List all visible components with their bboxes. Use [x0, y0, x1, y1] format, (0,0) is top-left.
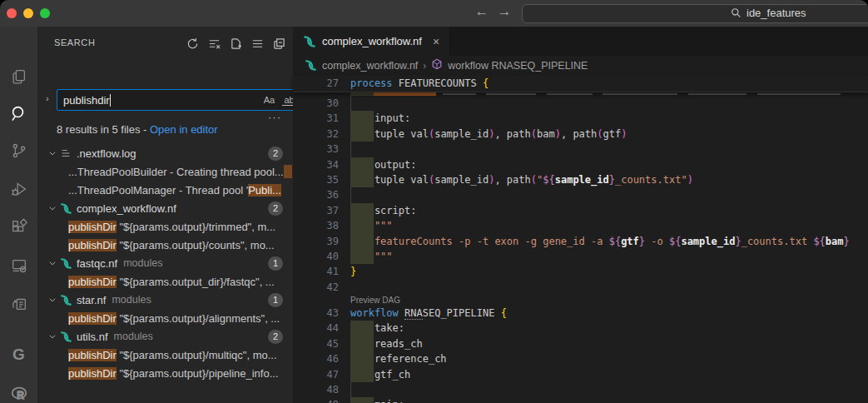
- nextflow-file-icon: [59, 293, 72, 306]
- task-document-icon[interactable]: [0, 287, 37, 321]
- activity-bar: G R: [0, 27, 37, 403]
- scope-highlight-band: [350, 321, 374, 336]
- search-input[interactable]: publishdir Aa ab .*: [57, 89, 293, 111]
- match-count-badge: 2: [268, 330, 283, 344]
- code-line: 32 tuple val(sample_id), path(bam), path…: [293, 127, 868, 142]
- gitlens-icon[interactable]: G: [0, 338, 37, 371]
- match-result-row[interactable]: ...ThreadPoolManager - Thread pool 'Publ…: [37, 181, 293, 199]
- code-line: 49 main:: [293, 397, 868, 403]
- scope-highlight-band: [350, 218, 374, 233]
- line-number: 39: [293, 234, 350, 249]
- match-highlight: publishDir: [68, 367, 117, 380]
- command-center[interactable]: ide_features: [522, 4, 868, 23]
- toggle-replace-chevron[interactable]: ›: [46, 93, 49, 103]
- search-panel-title: SEARCH: [54, 37, 95, 47]
- scope-highlight-band: [350, 336, 374, 351]
- results-summary: 8 results in 5 files - Open in editor: [57, 123, 218, 136]
- match-result-row[interactable]: publishDir "${params.output}/alignments"…: [37, 309, 293, 327]
- chevron-down-icon[interactable]: [46, 259, 59, 267]
- match-case-toggle[interactable]: Aa: [262, 95, 276, 106]
- file-name: fastqc.nf: [77, 257, 117, 270]
- match-result-row[interactable]: publishDir "${params.output}/multiqc", m…: [37, 346, 293, 364]
- open-in-editor-link[interactable]: Open in editor: [150, 123, 218, 136]
- chevron-down-icon[interactable]: [46, 204, 59, 212]
- line-number: 42: [293, 280, 350, 295]
- codelens-preview-dag[interactable]: Preview DAG: [293, 295, 868, 306]
- search-sidebar: SEARCH › publishdir: [37, 27, 293, 403]
- code-line: 34 output:: [293, 157, 868, 172]
- zoom-window-button[interactable]: [40, 8, 50, 18]
- breadcrumb-file[interactable]: complex_workflow.nf: [322, 60, 418, 72]
- search-panel-header: SEARCH: [37, 27, 293, 56]
- run-debug-icon[interactable]: [0, 172, 37, 206]
- explorer-icon[interactable]: [0, 60, 37, 93]
- match-result-row[interactable]: publishDir "${params.output_dir}/fastqc"…: [37, 272, 293, 291]
- code-line: 30: [293, 96, 868, 111]
- file-name: star.nf: [77, 294, 106, 306]
- r-language-icon[interactable]: R: [0, 377, 37, 403]
- match-highlight: publishDir: [68, 276, 117, 288]
- scope-highlight-band: [350, 234, 374, 249]
- file-result-row[interactable]: complex_workflow.nf2: [37, 199, 293, 217]
- refresh-icon[interactable]: [185, 36, 200, 51]
- line-number: 46: [293, 351, 350, 366]
- nav-forward-button[interactable]: →: [495, 3, 513, 20]
- match-count-badge: 2: [268, 202, 283, 216]
- code-line: 46 reference_ch: [293, 351, 868, 366]
- command-center-text: ide_features: [746, 7, 806, 19]
- source-control-icon[interactable]: [0, 134, 37, 167]
- code-editor[interactable]: 27process FEATURECOUNTS { 3031 input:32 …: [293, 75, 868, 403]
- match-result-row[interactable]: publishDir "${params.output}/pipeline_in…: [37, 364, 293, 382]
- code-line: 42: [293, 280, 868, 295]
- file-result-row[interactable]: fastqc.nfmodules1: [37, 254, 293, 272]
- match-highlight: Publi...: [248, 184, 281, 197]
- code-line: 38 """: [293, 218, 868, 233]
- breadcrumb-symbol[interactable]: workflow RNASEQ_PIPELINE: [448, 60, 588, 72]
- nav-back-button[interactable]: ←: [473, 3, 491, 20]
- line-number: 30: [293, 96, 350, 111]
- extensions-icon[interactable]: [0, 211, 37, 244]
- line-number: 45: [293, 336, 350, 351]
- clear-results-icon[interactable]: [206, 36, 221, 51]
- text-caret: [110, 94, 111, 107]
- file-path-description: modules: [123, 257, 162, 269]
- search-small-icon: [731, 7, 742, 18]
- search-icon[interactable]: [0, 97, 37, 130]
- code-line: 36: [293, 187, 868, 202]
- tab-close-icon[interactable]: ×: [433, 35, 439, 48]
- scope-highlight-band: [350, 203, 374, 218]
- whole-word-toggle[interactable]: ab: [282, 95, 293, 106]
- ide-window: ← → ide_features G: [0, 0, 868, 403]
- line-number: 41: [293, 264, 350, 279]
- line-number: 44: [293, 321, 350, 336]
- chevron-down-icon[interactable]: [46, 296, 59, 304]
- match-result-row[interactable]: publishDir "${params.output}/counts", mo…: [37, 236, 293, 254]
- code-line: 39 featureCounts -p -t exon -g gene_id -…: [293, 234, 868, 249]
- code-scroll-area[interactable]: 3031 input:32 tuple val(sample_id), path…: [293, 92, 868, 403]
- view-as-list-icon[interactable]: [250, 36, 265, 51]
- scope-highlight-band: [350, 172, 374, 187]
- file-result-row[interactable]: .nextflow.log2: [37, 144, 293, 162]
- line-number: 31: [293, 111, 350, 126]
- match-result-row[interactable]: ...ThreadPoolBuilder - Creating thread p…: [37, 162, 293, 181]
- remote-explorer-icon[interactable]: [0, 249, 37, 282]
- scope-highlight-band: [350, 127, 374, 142]
- svg-text:R: R: [17, 390, 24, 401]
- code-line: 35 tuple val(sample_id), path("${sample_…: [293, 172, 868, 187]
- new-search-editor-icon[interactable]: [228, 36, 243, 51]
- nextflow-file-icon: [59, 256, 72, 270]
- file-result-row[interactable]: utils.nfmodules2: [37, 327, 293, 346]
- line-number: 47: [293, 367, 350, 382]
- code-line: 47 gtf_ch: [293, 367, 868, 382]
- collapse-all-icon[interactable]: [271, 36, 286, 51]
- sticky-scroll-line[interactable]: 27process FEATURECOUNTS {: [293, 75, 868, 92]
- search-results-tree[interactable]: .nextflow.log2...ThreadPoolBuilder - Cre…: [37, 144, 293, 382]
- chevron-down-icon[interactable]: [46, 149, 59, 157]
- match-result-row[interactable]: publishDir "${params.output}/trimmed", m…: [37, 217, 293, 236]
- chevron-down-icon[interactable]: [46, 332, 59, 341]
- minimize-window-button[interactable]: [23, 8, 33, 18]
- close-window-button[interactable]: [7, 8, 17, 18]
- file-result-row[interactable]: star.nfmodules1: [37, 291, 293, 309]
- search-details-toggle[interactable]: ···: [268, 111, 281, 123]
- tab-complex-workflow[interactable]: complex_workflow.nf ×: [293, 27, 450, 56]
